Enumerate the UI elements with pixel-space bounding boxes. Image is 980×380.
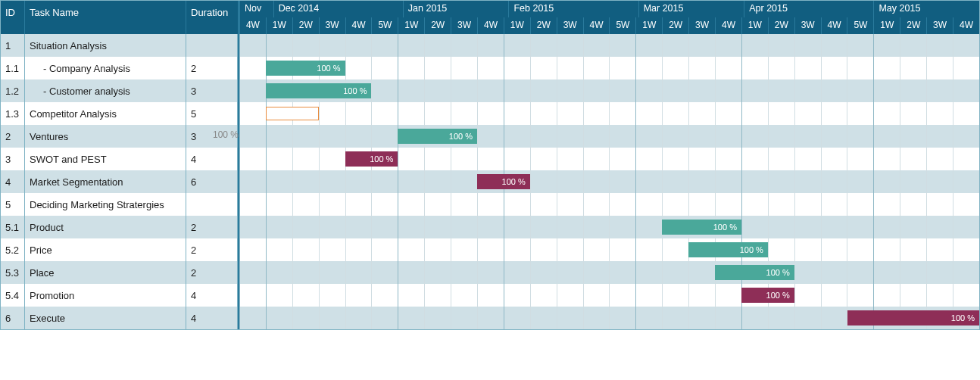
grid-cell — [715, 307, 741, 329]
week-header: 1W — [266, 17, 292, 34]
grid-cell — [741, 34, 768, 57]
grid-cell — [953, 125, 979, 148]
cell-taskname: Competitor Analysis — [25, 102, 186, 125]
grid-cell — [847, 102, 873, 125]
grid-cell — [530, 238, 557, 261]
grid-cell — [741, 125, 768, 148]
grid-cell — [688, 79, 715, 102]
gantt-bar[interactable]: 100 % — [266, 83, 372, 98]
grid-cell — [768, 125, 794, 148]
taskname-text: Promotion — [30, 290, 74, 301]
grid-cell — [900, 34, 926, 57]
grid-cell — [926, 125, 953, 148]
grid-cell — [873, 148, 900, 170]
grid-cell — [557, 125, 583, 148]
grid-cell — [504, 261, 530, 284]
gantt-bar[interactable]: 100 % — [345, 151, 398, 167]
gantt-bar[interactable]: 100 % — [477, 174, 530, 189]
grid-cell — [530, 216, 557, 238]
grid-cell — [900, 284, 926, 307]
gantt-bar[interactable]: 100 % — [847, 310, 979, 325]
gantt-bar-label: 100 % — [343, 86, 367, 95]
week-header: 1W — [504, 17, 530, 34]
grid-cell — [768, 170, 794, 193]
week-header: 5W — [847, 17, 873, 34]
cell-id: 5.4 — [1, 284, 25, 307]
grid-cell — [847, 148, 873, 170]
grid-cell — [477, 125, 504, 148]
grid-cell — [794, 125, 821, 148]
grid-cell — [583, 284, 610, 307]
cell-id: 6 — [1, 307, 25, 329]
grid-cell — [609, 284, 635, 307]
cell-duration: 4 — [186, 148, 238, 170]
cell-id: 5.3 — [1, 261, 25, 284]
taskname-text: Deciding Marketing Stratergies — [30, 199, 164, 210]
grid-cell — [794, 238, 821, 261]
grid-cell — [953, 57, 979, 79]
grid-cell — [688, 261, 715, 284]
week-header: 4W — [477, 17, 504, 34]
grid-cell — [688, 57, 715, 79]
gantt-bar-label: 100 % — [766, 291, 790, 300]
month-header: Nov — [239, 1, 273, 17]
grid-cell — [266, 284, 292, 307]
gantt-bar[interactable] — [266, 107, 319, 120]
grid-cell — [794, 148, 821, 170]
grid-cell — [741, 216, 768, 238]
grid-cell — [266, 34, 292, 57]
grid-cell — [319, 170, 345, 193]
week-header: 2W — [530, 17, 557, 34]
grid-cell — [557, 216, 583, 238]
gantt-bar[interactable]: 100 % — [715, 265, 794, 280]
grid-cell — [900, 125, 926, 148]
grid-cell — [715, 284, 741, 307]
grid-cell — [794, 216, 821, 238]
month-header: May 2015 — [873, 1, 979, 17]
header-left-columns: ID Task Name Duration — [1, 1, 239, 34]
grid-cell — [292, 125, 319, 148]
row-left-columns: 1.3Competitor Analysis5 — [1, 102, 239, 125]
gantt-header: ID Task Name Duration NovDec 2014Jan 201… — [1, 1, 979, 34]
week-header: 5W — [609, 17, 635, 34]
grid-cell — [635, 193, 662, 216]
grid-cell — [292, 284, 319, 307]
grid-cell — [398, 57, 424, 79]
grid-cell — [424, 238, 451, 261]
grid-cell — [847, 238, 873, 261]
grid-cell — [451, 238, 477, 261]
grid-cell — [451, 79, 477, 102]
gantt-bar[interactable]: 100 % — [688, 242, 768, 257]
grid-cell — [319, 307, 345, 329]
grid-cell — [847, 170, 873, 193]
grid-cell — [635, 102, 662, 125]
grid-cell — [662, 102, 688, 125]
gantt-bar[interactable]: 100 % — [266, 61, 345, 76]
grid-cell — [504, 34, 530, 57]
grid-cell — [953, 170, 979, 193]
grid-cell — [768, 34, 794, 57]
grid-cell — [319, 125, 345, 148]
gantt-bar-label: 100 % — [766, 268, 790, 277]
table-row: 3SWOT and PEST4100 % — [1, 148, 979, 170]
gantt-bar-label: 100 % — [317, 64, 340, 73]
grid-cell — [741, 102, 768, 125]
row-timeline — [239, 102, 979, 125]
grid-cell — [557, 102, 583, 125]
grid-cell — [609, 261, 635, 284]
grid-cell — [926, 34, 953, 57]
gantt-bar[interactable]: 100 % — [398, 129, 477, 144]
grid-cell — [821, 148, 847, 170]
grid-cell — [662, 148, 688, 170]
grid-cell — [926, 57, 953, 79]
grid-cell — [741, 57, 768, 79]
gantt-bar[interactable]: 100 % — [662, 220, 741, 235]
cell-id: 5.1 — [1, 216, 25, 238]
grid-cell — [583, 307, 610, 329]
row-timeline — [239, 34, 979, 57]
grid-cell — [873, 284, 900, 307]
gantt-bar[interactable]: 100 % — [741, 288, 794, 303]
grid-cell — [266, 216, 292, 238]
cell-id: 1.2 — [1, 79, 25, 102]
grid-cell — [715, 102, 741, 125]
